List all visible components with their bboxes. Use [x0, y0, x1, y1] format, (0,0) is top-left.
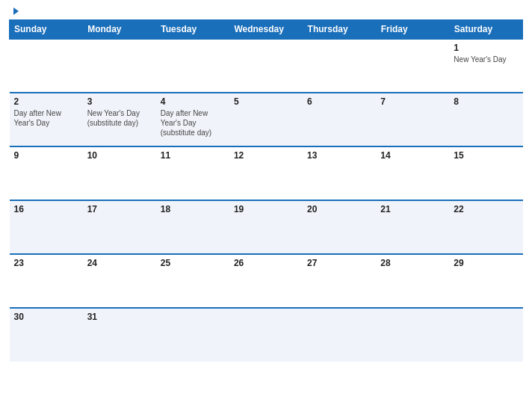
day-number: 2 [14, 96, 78, 107]
day-number: 22 [454, 204, 518, 214]
calendar-cell: 29 [449, 254, 522, 308]
day-number: 19 [234, 204, 298, 214]
day-number: 11 [161, 150, 225, 161]
calendar-cell [156, 39, 229, 93]
calendar-cell: 11 [156, 146, 229, 200]
calendar-cell: 8 [449, 93, 522, 146]
calendar-cell: 15 [449, 146, 522, 200]
calendar-cell: 17 [83, 200, 156, 254]
calendar-week-row: 16171819202122 [10, 200, 523, 254]
calendar-header [9, 7, 523, 15]
day-number: 30 [14, 312, 78, 322]
weekday-header-friday: Friday [376, 20, 449, 40]
weekday-header-thursday: Thursday [303, 20, 376, 40]
day-number: 5 [234, 96, 298, 107]
day-number: 18 [161, 204, 225, 214]
day-number: 1 [454, 43, 518, 53]
day-number: 21 [380, 204, 445, 214]
calendar-week-row: 3031 [10, 308, 523, 362]
calendar-cell: 3New Year's Day (substitute day) [83, 93, 156, 146]
calendar-cell: 26 [229, 254, 303, 308]
weekday-header-wednesday: Wednesday [229, 20, 303, 40]
calendar-cell: 28 [376, 254, 449, 308]
calendar-cell [303, 308, 376, 362]
calendar-cell: 24 [83, 254, 156, 308]
calendar-cell: 4Day after New Year's Day (substitute da… [156, 93, 229, 146]
calendar-cell: 16 [10, 200, 83, 254]
calendar-cell: 2Day after New Year's Day [10, 93, 83, 146]
day-number: 23 [14, 258, 78, 268]
calendar-cell: 14 [376, 146, 449, 200]
day-number: 14 [380, 150, 445, 161]
calendar-cell [156, 308, 229, 362]
calendar-cell: 13 [303, 146, 376, 200]
holiday-name: Day after New Year's Day [14, 109, 61, 127]
calendar-cell [376, 308, 449, 362]
day-number: 12 [234, 150, 298, 161]
calendar-cell: 21 [376, 200, 449, 254]
day-number: 27 [307, 258, 371, 268]
calendar-cell: 10 [83, 146, 156, 200]
day-number: 10 [87, 150, 152, 161]
day-number: 24 [87, 258, 152, 268]
day-number: 26 [234, 258, 298, 268]
calendar-week-row: 23242526272829 [10, 254, 523, 308]
calendar-cell [449, 308, 522, 362]
calendar-week-row: 1New Year's Day [10, 39, 523, 93]
calendar-cell [229, 39, 303, 93]
calendar-cell: 23 [10, 254, 83, 308]
logo-triangle-icon [13, 7, 19, 15]
calendar-cell: 25 [156, 254, 229, 308]
weekday-header-saturday: Saturday [449, 20, 522, 40]
day-number: 9 [14, 150, 78, 161]
calendar-cell [303, 39, 376, 93]
calendar-cell: 1New Year's Day [449, 39, 522, 93]
day-number: 3 [87, 96, 152, 107]
calendar-cell: 22 [449, 200, 522, 254]
day-number: 25 [161, 258, 225, 268]
weekday-header-tuesday: Tuesday [156, 20, 229, 40]
day-number: 4 [161, 96, 225, 107]
day-number: 29 [454, 258, 518, 268]
calendar-cell: 12 [229, 146, 303, 200]
weekday-header-row: SundayMondayTuesdayWednesdayThursdayFrid… [10, 20, 523, 40]
day-number: 15 [454, 150, 518, 161]
weekday-header-sunday: Sunday [10, 20, 83, 40]
calendar-table: SundayMondayTuesdayWednesdayThursdayFrid… [9, 19, 523, 362]
day-number: 8 [454, 96, 518, 107]
calendar-cell: 7 [376, 93, 449, 146]
calendar-cell: 18 [156, 200, 229, 254]
calendar-cell [376, 39, 449, 93]
calendar-cell: 19 [229, 200, 303, 254]
weekday-header-monday: Monday [83, 20, 156, 40]
day-number: 17 [87, 204, 152, 214]
holiday-name: New Year's Day (substitute day) [87, 109, 140, 127]
holiday-name: Day after New Year's Day (substitute day… [161, 109, 211, 137]
logo [10, 7, 19, 15]
calendar-cell [10, 39, 83, 93]
calendar-cell [83, 39, 156, 93]
day-number: 16 [14, 204, 78, 214]
calendar-week-row: 2Day after New Year's Day3New Year's Day… [10, 93, 523, 146]
day-number: 7 [380, 96, 445, 107]
calendar-cell [229, 308, 303, 362]
day-number: 20 [307, 204, 371, 214]
calendar-cell: 20 [303, 200, 376, 254]
holiday-name: New Year's Day [454, 55, 506, 64]
calendar-cell: 5 [229, 93, 303, 146]
calendar-container: SundayMondayTuesdayWednesdayThursdayFrid… [0, 0, 532, 411]
day-number: 13 [307, 150, 371, 161]
calendar-cell: 30 [10, 308, 83, 362]
day-number: 28 [380, 258, 445, 268]
calendar-cell: 27 [303, 254, 376, 308]
day-number: 6 [307, 96, 371, 107]
calendar-cell: 6 [303, 93, 376, 146]
day-number: 31 [87, 312, 152, 322]
calendar-cell: 9 [10, 146, 83, 200]
calendar-cell: 31 [83, 308, 156, 362]
calendar-week-row: 9101112131415 [10, 146, 523, 200]
